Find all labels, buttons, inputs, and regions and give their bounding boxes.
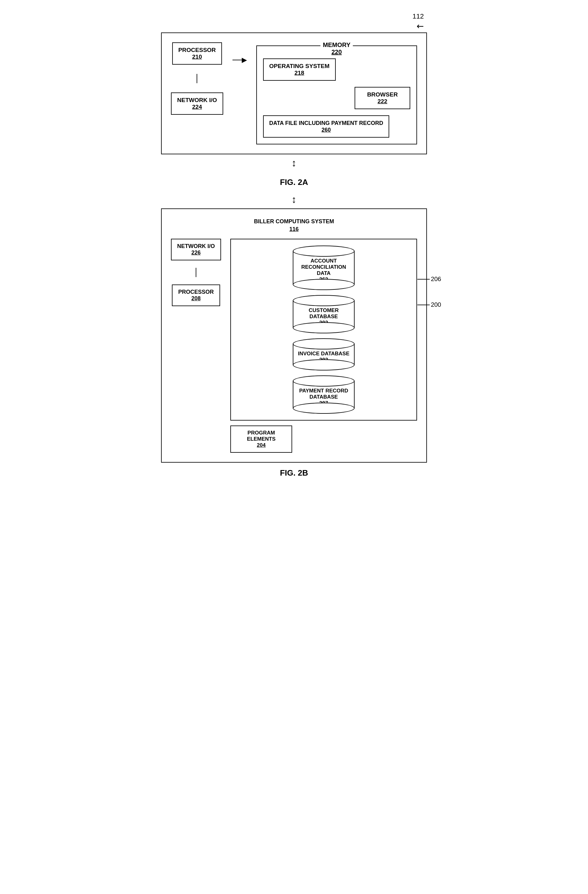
browser-box: BROWSER 222 [354,87,410,109]
memory-box-2a: MEMORY 220 OPERATING SYSTEM 218 BROWSER … [256,45,417,144]
os-box: OPERATING SYSTEM 218 [263,59,336,81]
processor-number-2b: 208 [178,295,214,302]
processor-box-2b: PROCESSOR 208 [172,284,220,306]
ref-200-row: 200 [418,301,441,308]
fig2a-left-column: PROCESSOR 210 NETWORK I/O 224 [171,42,223,115]
browser-row: BROWSER 222 [263,87,410,109]
os-row: OPERATING SYSTEM 218 [263,59,410,81]
browser-label: BROWSER [361,91,404,98]
program-elements-label: PROGRAM ELEMENTS [237,430,286,442]
payment-record-db: PAYMENT RECORD DATABASE 207 [293,375,354,414]
customer-database-db: CUSTOMER DATABASE 202 [293,295,354,333]
page-container: 112 ↙ PROCESSOR 210 NETWORK I/O 224 ▶ [161,12,427,485]
network-io-number-2b: 226 [177,249,215,256]
cd-label: CUSTOMER DATABASE [309,307,339,319]
ref-206-number: 206 [431,276,441,282]
ref-200-line [418,305,430,305]
ar-label: ACCOUNT RECONCILIATION DATA [301,258,346,276]
network-io-box-2b: NETWORK I/O 226 [171,239,221,260]
ref-112-number: 112 [412,12,424,20]
datafile-number: 260 [269,127,383,133]
ref-206-row: 206 [418,276,441,282]
invoice-database-db: INVOICE DATABASE 203 [293,338,354,370]
cyl-bottom-pr [293,403,354,414]
memory-text: MEMORY [323,41,350,48]
memory-number: 220 [323,48,350,56]
fig2a-caption: FIG. 2A [280,178,308,187]
fig2b-diagram: BILLER COMPUTING SYSTEM 116 NETWORK I/O … [161,208,427,463]
h-connector-2a: ▶ [232,42,247,63]
vert-line-2b [196,268,196,277]
cyl-bottom-id [293,359,354,370]
program-elements-number: 204 [237,442,286,449]
ref-206-line [418,279,430,279]
network-io-box-2a: NETWORK I/O 224 [171,92,223,115]
right-arrow-2a: ▶ [242,57,247,63]
processor-label-2a: PROCESSOR [178,47,216,53]
fig2b-content: NETWORK I/O 226 PROCESSOR 208 [171,239,417,453]
processor-label-2b: PROCESSOR [178,289,214,295]
fig2b-left-column: NETWORK I/O 226 PROCESSOR 208 [171,239,221,306]
processor-box-2a: PROCESSOR 210 [172,42,222,65]
connector-line-v1 [197,74,197,83]
fig2b-caption: FIG. 2B [280,468,308,478]
datafile-label: DATA FILE INCLUDING PAYMENT RECORD [269,120,383,127]
ref-112: 112 ↙ [412,12,424,31]
network-io-number-2a: 224 [177,104,217,110]
os-number: 218 [269,69,330,76]
network-io-label-2a: NETWORK I/O [177,97,217,104]
fig2b-right-area: ACCOUNT RECONCILIATION DATA 262 CUSTOMER… [230,239,417,453]
biller-system-number: 116 [289,226,299,232]
browser-number: 222 [361,98,404,105]
pr-label: PAYMENT RECORD DATABASE [299,388,348,400]
program-elements-row: PROGRAM ELEMENTS 204 [230,426,417,453]
id-label: INVOICE DATABASE [298,351,350,356]
processor-number-2a: 210 [178,53,216,60]
program-elements-box: PROGRAM ELEMENTS 204 [230,426,292,453]
biller-system-number-row: 116 [171,226,417,233]
double-arrow-between: ↕ [291,157,297,169]
memory-label: MEMORY 220 [320,41,353,56]
account-reconciliation-db: ACCOUNT RECONCILIATION DATA 262 [293,246,354,290]
datafile-box: DATA FILE INCLUDING PAYMENT RECORD 260 [263,115,389,137]
proc-netio-connector [197,74,197,83]
double-arrow-above-2b: ↕ [291,194,297,205]
h-line [232,60,242,60]
db-group-box: ACCOUNT RECONCILIATION DATA 262 CUSTOMER… [230,239,417,421]
os-label: OPERATING SYSTEM [269,63,330,69]
ref-labels-right: 206 200 [418,276,441,308]
ref-200-number: 200 [431,301,441,308]
fig2a-diagram: PROCESSOR 210 NETWORK I/O 224 ▶ MEMORY 2… [161,32,427,154]
cyl-bottom-cd [293,322,354,333]
cyl-bottom-ar [293,279,354,290]
datafile-row: DATA FILE INCLUDING PAYMENT RECORD 260 [263,115,410,137]
network-io-label-2b: NETWORK I/O [177,243,215,249]
ref-112-arrow: ↙ [414,20,427,32]
biller-system-title: BILLER COMPUTING SYSTEM [171,218,417,225]
